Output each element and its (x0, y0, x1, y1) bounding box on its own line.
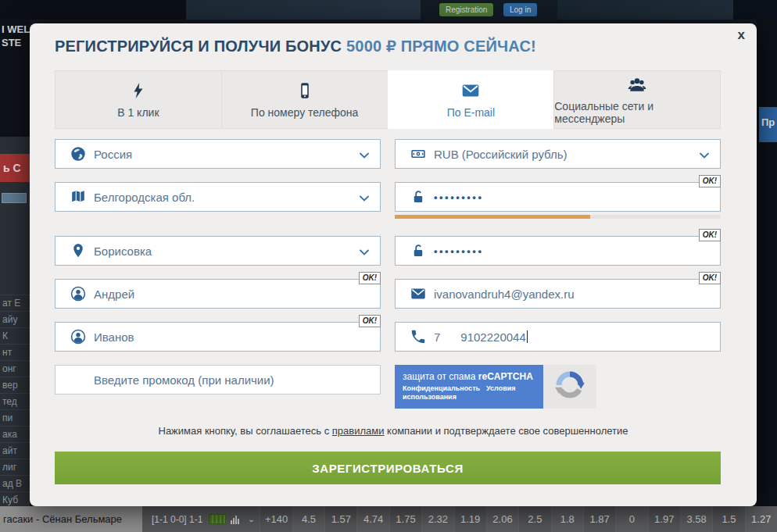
lock-open-icon (410, 188, 427, 205)
odds-value[interactable]: 2.06 (486, 506, 518, 532)
odds-value[interactable]: 1.57 (324, 506, 356, 532)
tab-label: По E-mail (447, 106, 495, 119)
email-input[interactable]: ivanovandruh4@yandex.ru OK! (395, 279, 721, 309)
promo-code-input[interactable]: Введите промокод (при наличии) (55, 365, 381, 395)
odds-value[interactable]: 4.74 (356, 506, 388, 532)
city-value: Борисовка (94, 245, 152, 258)
tab-by-phone[interactable]: По номеру телефона (221, 70, 388, 129)
ok-status-badge: OK! (359, 272, 381, 284)
smartphone-icon (295, 80, 314, 101)
tab-label: По номеру телефона (251, 106, 359, 119)
odds-value[interactable]: 2.5 (518, 506, 550, 532)
expand-chevron-icon[interactable]: ⌄ (247, 515, 255, 523)
match-name[interactable]: гасаки - Сёнан Бельмаре (0, 506, 142, 532)
bg-list-item: Куб (0, 491, 30, 506)
odds-value[interactable]: 1.5 (712, 506, 744, 532)
first-name-input[interactable]: Андрей OK! (55, 279, 381, 309)
banknote-icon (410, 145, 427, 162)
lock-open-icon (410, 242, 427, 259)
chevron-down-icon (358, 149, 371, 165)
chevron-down-icon (698, 149, 711, 165)
spark-chart-icon[interactable] (209, 514, 226, 524)
banner-image-tile (733, 0, 777, 20)
odds-value[interactable]: 3.58 (680, 506, 712, 532)
region-select[interactable]: Белгородская обл. (55, 182, 381, 212)
last-name-value: Иванов (94, 330, 134, 344)
odds-value[interactable]: +140 (260, 506, 292, 532)
legal-prefix: Нажимая кнопку, вы соглашаетесь с (159, 425, 332, 437)
ok-status-badge: OK! (699, 175, 721, 187)
bg-login-button[interactable]: Log in (503, 3, 537, 16)
country-value: Россия (94, 148, 132, 161)
registration-modal: РЕГИСТРИРУЙСЯ И ПОЛУЧИ БОНУС 5000 ₽ ПРЯМ… (30, 23, 757, 506)
register-button[interactable]: ЗАРЕГИСТРИРОВАТЬСЯ (55, 452, 721, 484)
password-strength-bar (395, 215, 721, 219)
odds-value[interactable]: 4.5 (292, 506, 324, 532)
text-caret (527, 330, 528, 343)
recaptcha-logo-panel (543, 365, 596, 409)
user-icon (70, 328, 87, 345)
recaptcha-line1: защита от спама (403, 371, 478, 382)
bg-right-nav-button[interactable]: Пр (759, 107, 777, 142)
tab-label: В 1 клик (117, 106, 159, 119)
chevron-down-icon (358, 192, 371, 208)
ok-status-badge: OK! (699, 272, 721, 284)
phone-input[interactable]: 7 9102220044 (395, 322, 721, 352)
odds-row: +140 4.5 1.57 4.74 1.75 2.32 1.19 2.06 2… (260, 506, 777, 532)
password-repeat-input[interactable]: ••••••••• OK! (395, 236, 721, 266)
country-select[interactable]: Россия (55, 139, 381, 169)
banner-image-tile (186, 0, 421, 20)
bg-thumbnail (2, 193, 27, 203)
city-select[interactable]: Борисовка (55, 236, 381, 266)
user-icon (70, 285, 87, 302)
odds-value[interactable]: 0 (615, 506, 647, 532)
bg-list-item: айу (0, 311, 30, 327)
bg-list-item: К (0, 327, 30, 344)
recaptcha-widget[interactable]: защита от спама reCAPTCHA Конфиденциальн… (395, 365, 596, 409)
odds-value[interactable]: 1.97 (648, 506, 680, 532)
legal-suffix: компании и подтверждаете свое совершенно… (384, 425, 628, 437)
bg-list-item: вер (0, 377, 30, 393)
odds-value[interactable]: 1.8 (551, 506, 583, 532)
tab-social[interactable]: Социальные сети и мессенджеры (553, 70, 721, 129)
recaptcha-text-panel: защита от спама reCAPTCHA Конфиденциальн… (395, 365, 543, 409)
odds-value[interactable]: 1.87 (583, 506, 615, 532)
currency-select[interactable]: RUB (Российский рубль) (395, 139, 721, 169)
odds-value[interactable]: 1.27 (745, 506, 777, 532)
bg-red-promo-fragment: ь С (0, 154, 30, 182)
registration-tabs: В 1 клик По номеру телефона По E-mail Со… (55, 70, 721, 129)
password-repeat-masked-value: ••••••••• (434, 245, 483, 257)
last-name-input[interactable]: Иванов OK! (55, 322, 381, 352)
recaptcha-brand: reCAPTCHA (478, 371, 533, 382)
phone-number-value: 9102220044 (460, 330, 525, 344)
password-input[interactable]: ••••••••• OK! (395, 182, 721, 212)
chevron-down-icon (358, 246, 371, 262)
bg-list-item: пи (0, 409, 30, 426)
bg-banner-text-fragment: I WELS STE (0, 20, 30, 137)
close-icon[interactable]: x (738, 27, 745, 43)
bg-list-item: ат Е (0, 295, 30, 311)
bg-list-item: лиг (0, 459, 30, 475)
map-pin-icon (70, 242, 87, 259)
bg-list-item: ака (0, 426, 30, 442)
title-bonus-highlight: 5000 ₽ ПРЯМО СЕЙЧАС! (346, 37, 536, 55)
people-icon (627, 74, 647, 95)
envelope-icon (460, 80, 481, 101)
tab-one-click[interactable]: В 1 клик (55, 70, 221, 129)
banner-image-tile (557, 0, 733, 20)
recaptcha-privacy-link[interactable]: Конфиденциальность (403, 384, 480, 392)
background-odds-bar: гасаки - Сёнан Бельмаре [1-1 0-0] 1-1 ⌄ … (0, 506, 777, 532)
stats-bars-icon[interactable] (231, 515, 239, 524)
recaptcha-logo-icon (553, 369, 586, 405)
tab-by-email[interactable]: По E-mail (388, 70, 554, 129)
bg-sports-list: ат Е айу К нт онг вер тед пи ака айт лиг… (0, 295, 30, 506)
phone-icon (410, 328, 427, 345)
odds-value[interactable]: 2.32 (421, 506, 453, 532)
rules-link[interactable]: правилами (332, 425, 385, 437)
odds-value[interactable]: 1.19 (454, 506, 486, 532)
bg-list-item: айт (0, 442, 30, 459)
bg-list-item: ад В (0, 475, 30, 491)
bg-registration-button[interactable]: Registration (439, 3, 493, 16)
odds-value[interactable]: 1.75 (389, 506, 421, 532)
phone-country-code: 7 (434, 330, 440, 344)
